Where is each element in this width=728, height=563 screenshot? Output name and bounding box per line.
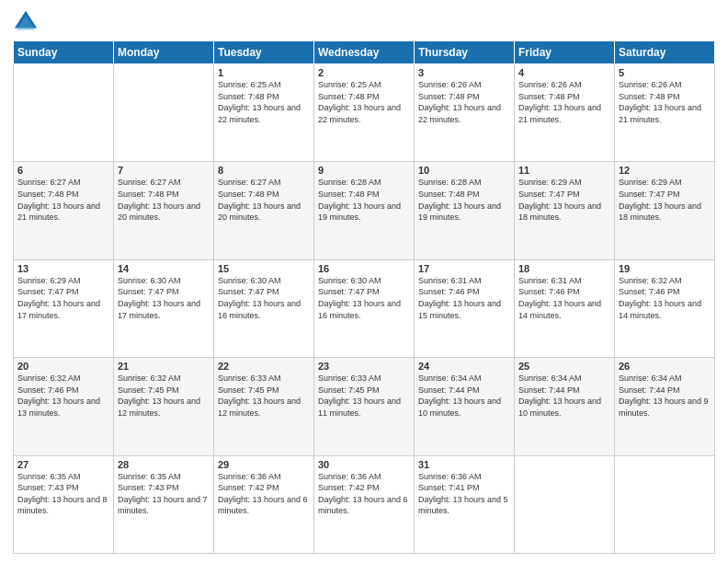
calendar-cell: 25Sunrise: 6:34 AM Sunset: 7:44 PM Dayli… [515,358,615,455]
day-number: 16 [318,263,410,274]
day-detail: Sunrise: 6:34 AM Sunset: 7:44 PM Dayligh… [619,373,711,419]
day-detail: Sunrise: 6:26 AM Sunset: 7:48 PM Dayligh… [418,79,510,125]
calendar-week-1: 1Sunrise: 6:25 AM Sunset: 7:48 PM Daylig… [14,64,715,162]
day-number: 25 [518,361,610,372]
calendar-week-5: 27Sunrise: 6:35 AM Sunset: 7:43 PM Dayli… [14,455,715,553]
calendar-cell: 1Sunrise: 6:25 AM Sunset: 7:48 PM Daylig… [214,64,314,162]
calendar-cell: 29Sunrise: 6:36 AM Sunset: 7:42 PM Dayli… [214,455,314,553]
calendar-cell: 9Sunrise: 6:28 AM Sunset: 7:48 PM Daylig… [314,162,415,259]
calendar-cell: 20Sunrise: 6:32 AM Sunset: 7:46 PM Dayli… [14,358,114,455]
day-detail: Sunrise: 6:26 AM Sunset: 7:48 PM Dayligh… [518,79,610,125]
day-detail: Sunrise: 6:29 AM Sunset: 7:47 PM Dayligh… [518,177,610,223]
day-number: 6 [17,165,109,176]
day-detail: Sunrise: 6:31 AM Sunset: 7:46 PM Dayligh… [518,275,610,321]
day-number: 1 [218,67,310,78]
calendar-header-row: SundayMondayTuesdayWednesdayThursdayFrid… [14,41,715,64]
calendar-table: SundayMondayTuesdayWednesdayThursdayFrid… [13,40,715,554]
logo-icon [13,9,39,35]
day-detail: Sunrise: 6:34 AM Sunset: 7:44 PM Dayligh… [518,373,610,419]
day-detail: Sunrise: 6:32 AM Sunset: 7:45 PM Dayligh… [118,373,210,419]
day-detail: Sunrise: 6:29 AM Sunset: 7:47 PM Dayligh… [17,275,109,321]
day-number: 4 [518,67,610,78]
day-number: 12 [619,165,711,176]
day-number: 10 [418,165,510,176]
calendar-cell: 8Sunrise: 6:27 AM Sunset: 7:48 PM Daylig… [214,162,314,259]
calendar-cell: 2Sunrise: 6:25 AM Sunset: 7:48 PM Daylig… [314,64,415,162]
calendar-cell: 12Sunrise: 6:29 AM Sunset: 7:47 PM Dayli… [615,162,715,259]
calendar-cell [615,455,715,553]
day-number: 29 [218,459,310,470]
calendar-cell: 13Sunrise: 6:29 AM Sunset: 7:47 PM Dayli… [14,259,114,357]
day-detail: Sunrise: 6:33 AM Sunset: 7:45 PM Dayligh… [218,373,310,419]
calendar-cell: 16Sunrise: 6:30 AM Sunset: 7:47 PM Dayli… [314,259,415,357]
day-number: 5 [619,67,711,78]
calendar-header-friday: Friday [515,41,615,64]
header [13,9,715,35]
day-detail: Sunrise: 6:32 AM Sunset: 7:46 PM Dayligh… [17,373,109,419]
day-detail: Sunrise: 6:36 AM Sunset: 7:41 PM Dayligh… [418,471,510,517]
calendar-header-thursday: Thursday [415,41,515,64]
day-detail: Sunrise: 6:28 AM Sunset: 7:48 PM Dayligh… [318,177,410,223]
calendar-cell: 15Sunrise: 6:30 AM Sunset: 7:47 PM Dayli… [214,259,314,357]
day-detail: Sunrise: 6:36 AM Sunset: 7:42 PM Dayligh… [318,471,410,517]
day-number: 13 [17,263,109,274]
day-detail: Sunrise: 6:31 AM Sunset: 7:46 PM Dayligh… [418,275,510,321]
day-number: 31 [418,459,510,470]
day-number: 18 [518,263,610,274]
calendar-cell: 5Sunrise: 6:26 AM Sunset: 7:48 PM Daylig… [615,64,715,162]
calendar-cell: 27Sunrise: 6:35 AM Sunset: 7:43 PM Dayli… [14,455,114,553]
day-number: 24 [418,361,510,372]
calendar-cell: 19Sunrise: 6:32 AM Sunset: 7:46 PM Dayli… [615,259,715,357]
calendar-cell [515,455,615,553]
calendar-cell: 31Sunrise: 6:36 AM Sunset: 7:41 PM Dayli… [415,455,515,553]
day-number: 21 [118,361,210,372]
calendar-week-2: 6Sunrise: 6:27 AM Sunset: 7:48 PM Daylig… [14,162,715,259]
day-number: 2 [318,67,410,78]
logo [13,9,42,35]
day-detail: Sunrise: 6:29 AM Sunset: 7:47 PM Dayligh… [619,177,711,223]
day-detail: Sunrise: 6:34 AM Sunset: 7:44 PM Dayligh… [418,373,510,419]
day-number: 26 [619,361,711,372]
calendar-cell: 3Sunrise: 6:26 AM Sunset: 7:48 PM Daylig… [415,64,515,162]
day-number: 17 [418,263,510,274]
calendar-cell: 4Sunrise: 6:26 AM Sunset: 7:48 PM Daylig… [515,64,615,162]
calendar-cell: 10Sunrise: 6:28 AM Sunset: 7:48 PM Dayli… [415,162,515,259]
day-number: 30 [318,459,410,470]
day-detail: Sunrise: 6:27 AM Sunset: 7:48 PM Dayligh… [17,177,109,223]
day-number: 9 [318,165,410,176]
day-number: 14 [118,263,210,274]
calendar-cell: 28Sunrise: 6:35 AM Sunset: 7:43 PM Dayli… [114,455,214,553]
calendar-header-tuesday: Tuesday [214,41,314,64]
calendar-week-4: 20Sunrise: 6:32 AM Sunset: 7:46 PM Dayli… [14,358,715,455]
day-detail: Sunrise: 6:26 AM Sunset: 7:48 PM Dayligh… [619,79,711,125]
day-number: 11 [518,165,610,176]
day-detail: Sunrise: 6:36 AM Sunset: 7:42 PM Dayligh… [218,471,310,517]
day-detail: Sunrise: 6:30 AM Sunset: 7:47 PM Dayligh… [218,275,310,321]
day-detail: Sunrise: 6:30 AM Sunset: 7:47 PM Dayligh… [318,275,410,321]
calendar-week-3: 13Sunrise: 6:29 AM Sunset: 7:47 PM Dayli… [14,259,715,357]
day-number: 3 [418,67,510,78]
calendar-cell: 7Sunrise: 6:27 AM Sunset: 7:48 PM Daylig… [114,162,214,259]
day-detail: Sunrise: 6:28 AM Sunset: 7:48 PM Dayligh… [418,177,510,223]
calendar-header-monday: Monday [114,41,214,64]
day-detail: Sunrise: 6:25 AM Sunset: 7:48 PM Dayligh… [318,79,410,125]
calendar-cell: 22Sunrise: 6:33 AM Sunset: 7:45 PM Dayli… [214,358,314,455]
day-detail: Sunrise: 6:35 AM Sunset: 7:43 PM Dayligh… [17,471,109,517]
day-number: 27 [17,459,109,470]
calendar-cell: 30Sunrise: 6:36 AM Sunset: 7:42 PM Dayli… [314,455,415,553]
day-detail: Sunrise: 6:32 AM Sunset: 7:46 PM Dayligh… [619,275,711,321]
day-number: 20 [17,361,109,372]
day-number: 28 [118,459,210,470]
day-number: 23 [318,361,410,372]
day-number: 22 [218,361,310,372]
calendar-cell: 26Sunrise: 6:34 AM Sunset: 7:44 PM Dayli… [615,358,715,455]
day-detail: Sunrise: 6:27 AM Sunset: 7:48 PM Dayligh… [218,177,310,223]
calendar-cell: 18Sunrise: 6:31 AM Sunset: 7:46 PM Dayli… [515,259,615,357]
calendar-cell [14,64,114,162]
day-detail: Sunrise: 6:27 AM Sunset: 7:48 PM Dayligh… [118,177,210,223]
day-number: 19 [619,263,711,274]
day-number: 15 [218,263,310,274]
calendar-cell: 24Sunrise: 6:34 AM Sunset: 7:44 PM Dayli… [415,358,515,455]
day-detail: Sunrise: 6:35 AM Sunset: 7:43 PM Dayligh… [118,471,210,517]
calendar-cell: 11Sunrise: 6:29 AM Sunset: 7:47 PM Dayli… [515,162,615,259]
